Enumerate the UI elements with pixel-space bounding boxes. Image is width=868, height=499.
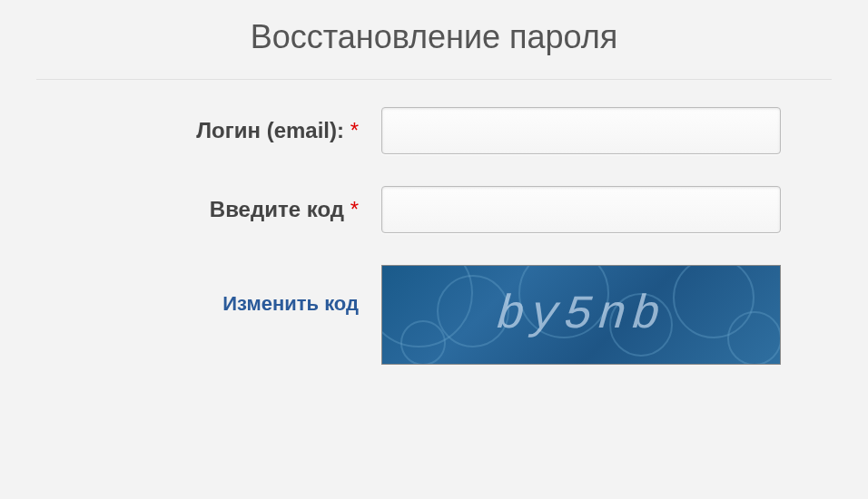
login-label-text: Логин (email):	[196, 118, 350, 142]
code-input[interactable]	[381, 186, 781, 233]
code-label-text: Введите код	[210, 197, 350, 221]
login-input[interactable]	[381, 107, 781, 154]
captcha-row: Изменить код by5nb	[36, 265, 832, 365]
captcha-decoration	[727, 311, 781, 365]
captcha-decoration	[400, 320, 446, 365]
captcha-image: by5nb	[381, 265, 781, 365]
login-label: Логин (email): *	[36, 118, 381, 143]
required-asterisk: *	[350, 197, 359, 221]
code-row: Введите код *	[36, 186, 832, 233]
captcha-text: by5nb	[494, 289, 667, 342]
page-title: Восстановление пароля	[36, 18, 832, 80]
code-label: Введите код *	[36, 197, 381, 222]
login-row: Логин (email): *	[36, 107, 832, 154]
required-asterisk: *	[350, 118, 359, 142]
change-code-link[interactable]: Изменить код	[36, 265, 381, 316]
